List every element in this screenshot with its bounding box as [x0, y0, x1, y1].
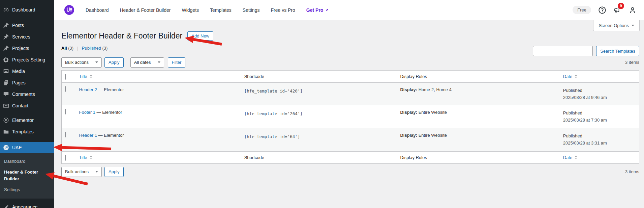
row-status: Published — [563, 110, 636, 117]
uae-logo-icon — [3, 145, 9, 151]
column-header-shortcode: Shortcode — [241, 70, 397, 82]
sort-icon — [90, 156, 92, 159]
sidebar-item-label: Templates — [12, 129, 34, 135]
display-rules-value: Home 2, Home 4 — [419, 87, 452, 92]
row-title-link[interactable]: Footer 1 — [79, 110, 95, 115]
add-new-button[interactable]: Add New — [187, 31, 213, 41]
sidebar-item-label: Media — [12, 69, 25, 74]
bulk-actions-select[interactable]: Bulk actions — [61, 57, 102, 68]
items-count: 3 items — [625, 169, 639, 174]
select-all-checkbox[interactable] — [65, 74, 66, 80]
sidebar-item-templates[interactable]: Templates — [0, 126, 54, 137]
help-icon[interactable] — [598, 6, 606, 14]
chevron-down-icon — [158, 61, 160, 63]
media-icon — [3, 68, 9, 74]
external-link-icon — [325, 8, 329, 12]
row-checkbox[interactable] — [65, 132, 66, 137]
gear-icon — [3, 57, 9, 63]
dashboard-icon — [3, 7, 9, 13]
admin-content-area: Screen Options Elementor Header & Footer… — [54, 20, 644, 208]
templates-table: Title Shortcode Display Rules Date Heade… — [61, 70, 639, 164]
submenu-item-dashboard[interactable]: Dashboard — [0, 156, 54, 167]
account-icon[interactable] — [628, 6, 637, 14]
display-rules-value: Entire Website — [419, 133, 447, 138]
column-footer-title[interactable]: Title — [79, 155, 92, 160]
apply-button[interactable]: Apply — [104, 57, 124, 68]
table-row: Header 1 — Elementor [hfe_template id='6… — [62, 128, 639, 151]
get-pro-label: Get Pro — [306, 7, 324, 13]
table-header-row: Title Shortcode Display Rules Date — [62, 70, 639, 82]
row-date: 2025/03/28 at 3:31 am — [563, 140, 636, 147]
pushpin-icon — [3, 45, 9, 51]
display-rules-label: Display: — [400, 87, 417, 92]
view-divider: | — [77, 46, 78, 51]
sidebar-item-label: UAE — [12, 145, 22, 151]
search-templates-input[interactable] — [533, 46, 593, 56]
row-checkbox[interactable] — [65, 86, 66, 92]
sidebar-item-label: Dashboard — [12, 7, 35, 13]
sidebar-item-label: Elementor — [12, 118, 34, 123]
view-all-link[interactable]: All — [61, 46, 67, 51]
sidebar-item-label: Pages — [12, 80, 26, 86]
topnav-settings[interactable]: Settings — [243, 7, 260, 13]
sidebar-item-media[interactable]: Media — [0, 66, 54, 77]
row-status: Published — [563, 133, 636, 140]
items-count: 3 items — [625, 60, 639, 65]
select-all-checkbox[interactable] — [65, 155, 66, 161]
uae-brand-logo — [64, 5, 74, 15]
sidebar-item-label: Projects — [12, 46, 29, 51]
page-title: Elementor Header & Footer Builder — [61, 31, 182, 41]
get-pro-link[interactable]: Get Pro — [306, 7, 329, 13]
column-footer-date[interactable]: Date — [563, 155, 577, 160]
topnav-dashboard[interactable]: Dashboard — [86, 7, 109, 13]
chevron-down-icon — [95, 171, 98, 173]
sidebar-item-pages[interactable]: Pages — [0, 77, 54, 88]
topnav-free-vs-pro[interactable]: Free vs Pro — [271, 7, 295, 13]
comment-icon — [3, 91, 9, 97]
folder-icon — [3, 129, 9, 135]
sidebar-item-contact[interactable]: Contact — [0, 100, 54, 111]
screen-options-toggle[interactable]: Screen Options — [593, 20, 640, 31]
bulk-actions-select-bottom[interactable]: Bulk actions — [61, 167, 102, 177]
bulk-actions-label: Bulk actions — [65, 169, 89, 174]
submenu-item-header-footer-builder[interactable]: Header & Footer Builder — [0, 167, 54, 184]
admin-sidebar: Dashboard Posts Services Projects Projec… — [0, 0, 54, 208]
apply-button-bottom[interactable]: Apply — [104, 167, 124, 177]
row-checkbox[interactable] — [65, 109, 66, 114]
all-dates-select[interactable]: All dates — [130, 57, 164, 68]
announcements-megaphone-icon[interactable]: 9 — [613, 6, 621, 14]
column-header-title[interactable]: Title — [79, 74, 92, 79]
envelope-icon — [3, 103, 9, 109]
view-published-link[interactable]: Published — [82, 46, 101, 51]
row-title-link[interactable]: Header 1 — [79, 133, 97, 138]
sidebar-item-dashboard[interactable]: Dashboard — [0, 4, 54, 16]
sidebar-item-appearance[interactable]: Appearance — [0, 202, 54, 208]
submenu-item-settings[interactable]: Settings — [0, 184, 54, 195]
topbar-right-cluster: Free 9 — [573, 6, 637, 14]
column-footer-display-rules: Display Rules — [397, 151, 559, 163]
free-plan-badge: Free — [573, 6, 591, 14]
screen-options-label: Screen Options — [599, 23, 629, 28]
sidebar-item-label: Appearance — [12, 204, 38, 208]
paintbrush-icon — [3, 204, 9, 208]
sidebar-item-services[interactable]: Services — [0, 31, 54, 43]
sidebar-item-elementor[interactable]: Elementor — [0, 114, 54, 126]
column-header-date[interactable]: Date — [563, 74, 577, 79]
all-dates-label: All dates — [134, 60, 151, 65]
topnav-widgets[interactable]: Widgets — [182, 7, 199, 13]
topnav-templates[interactable]: Templates — [210, 7, 232, 13]
sidebar-item-projects[interactable]: Projects — [0, 43, 54, 54]
sidebar-item-label: Projects Setting — [12, 57, 45, 63]
topnav-header-footer-builder[interactable]: Header & Footer Builder — [120, 7, 171, 13]
notification-count-badge: 9 — [618, 3, 624, 9]
table-nav-top: Bulk actions Apply All dates Filter 3 it… — [61, 57, 639, 68]
sidebar-item-comments[interactable]: Comments — [0, 88, 54, 100]
sidebar-item-posts[interactable]: Posts — [0, 20, 54, 31]
search-templates-button[interactable]: Search Templates — [596, 46, 639, 56]
sidebar-item-uae[interactable]: UAE — [0, 142, 54, 153]
display-rules-label: Display: — [400, 110, 417, 115]
sidebar-item-projects-setting[interactable]: Projects Setting — [0, 54, 54, 66]
filter-button[interactable]: Filter — [168, 57, 186, 68]
uae-submenu: Dashboard Header & Footer Builder Settin… — [0, 153, 54, 199]
row-title-link[interactable]: Header 2 — [79, 87, 97, 92]
